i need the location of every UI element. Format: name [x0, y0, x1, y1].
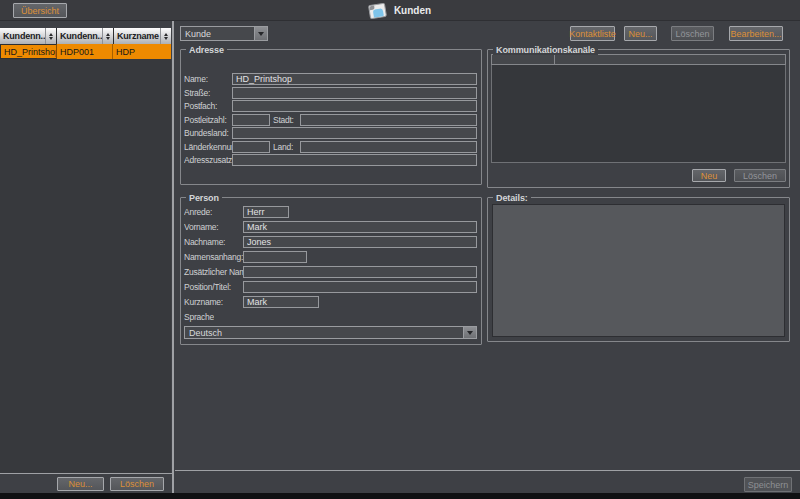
position-title-field[interactable]: [243, 281, 477, 293]
address-pobox-row: Postfach:: [184, 100, 477, 112]
communication-column-2[interactable]: [554, 54, 786, 65]
details-group-title: Details:: [493, 193, 531, 203]
salutation-row: Anrede:: [184, 206, 477, 218]
chevron-down-icon[interactable]: [463, 327, 476, 338]
address-postal-city-row: Postleitzahl: Stadt:: [184, 114, 477, 126]
main-footer-divider: [175, 470, 800, 471]
city-field[interactable]: [300, 114, 477, 126]
save-button[interactable]: Speichern: [744, 477, 792, 492]
address-state-row: Bundesland:: [184, 127, 477, 139]
position-title-row: Position/Titel:: [184, 281, 477, 293]
sort-icon[interactable]: [102, 28, 113, 44]
communication-delete-button[interactable]: Löschen: [734, 169, 786, 182]
communication-channels-title: Kommunikationskanäle: [493, 45, 598, 55]
name-suffix-row: Namensanhang:: [184, 251, 477, 263]
customer-management-window: Übersicht Kunden Kundenn... Kundenn... K…: [0, 0, 800, 499]
sort-icon[interactable]: [160, 28, 171, 44]
column-header-short-name[interactable]: Kurzname: [114, 28, 171, 44]
address-country-row: Länderkennung: Land:: [184, 141, 477, 153]
cell-customer-number[interactable]: HDP001: [57, 44, 113, 59]
customer-row-selected[interactable]: HD_Printshop HDP001 HDP: [0, 44, 171, 59]
customer-delete-button[interactable]: Löschen: [110, 477, 164, 491]
cell-short-name[interactable]: HDP: [113, 44, 171, 59]
person-group: Person Anrede: Vorname: Nachname: Namens…: [180, 197, 482, 345]
details-textarea[interactable]: [492, 204, 785, 337]
column-header-customer-number[interactable]: Kundenn...: [57, 28, 113, 44]
communication-table-body[interactable]: [491, 65, 786, 163]
person-group-title: Person: [186, 193, 222, 203]
po-box-field[interactable]: [232, 100, 477, 112]
first-name-field[interactable]: [243, 221, 477, 233]
address-street-row: Straße:: [184, 87, 477, 99]
country-code-field[interactable]: [232, 141, 270, 153]
communication-table-header: [491, 54, 786, 65]
state-field[interactable]: [232, 127, 477, 139]
communication-column-1[interactable]: [491, 54, 555, 65]
panel-divider: [172, 21, 174, 493]
address-suffix-field[interactable]: [232, 154, 477, 166]
customer-new-button[interactable]: Neu...: [57, 477, 104, 491]
customers-card-icon: [368, 2, 387, 18]
record-type-select[interactable]: Kunde: [180, 26, 268, 41]
customer-table-empty-area[interactable]: [0, 59, 171, 473]
country-field[interactable]: [300, 141, 477, 153]
address-suffix-row: Adresszusatz:: [184, 154, 477, 166]
edit-button[interactable]: Bearbeiten...: [729, 26, 783, 41]
top-bar: Übersicht Kunden: [0, 0, 800, 21]
short-name-row: Kurzname:: [184, 296, 477, 308]
communication-channels-group: Kommunikationskanäle Neu Löschen: [487, 49, 790, 188]
customer-table-header: Kundenn... Kundenn... Kurzname: [0, 28, 171, 44]
communication-new-button[interactable]: Neu: [692, 169, 726, 182]
postal-code-field[interactable]: [232, 114, 270, 126]
last-name-field[interactable]: [243, 236, 477, 248]
page-title: Kunden: [394, 5, 431, 16]
contact-list-button[interactable]: Kontaktliste: [570, 26, 615, 41]
additional-name-field[interactable]: [243, 266, 477, 278]
street-field[interactable]: [232, 87, 477, 99]
language-label-row: Sprache: [184, 311, 477, 323]
left-footer-divider: [0, 473, 172, 474]
column-header-customer-name[interactable]: Kundenn...: [0, 28, 56, 44]
chevron-down-icon[interactable]: [254, 27, 267, 40]
bottom-strip: [0, 493, 800, 499]
toolbar-new-button[interactable]: Neu...: [624, 26, 657, 41]
toolbar-delete-button[interactable]: Löschen: [671, 26, 714, 41]
address-name-row: Name:: [184, 73, 477, 85]
address-group-title: Adresse: [186, 45, 227, 55]
last-name-row: Nachname:: [184, 236, 477, 248]
name-suffix-field[interactable]: [243, 251, 307, 263]
person-short-name-field[interactable]: [243, 296, 319, 308]
page-title-wrap: Kunden: [0, 2, 800, 19]
additional-name-row: Zusätzlicher Name:: [184, 266, 477, 278]
address-group: Adresse Name: Straße: Postfach: Postleit…: [180, 49, 482, 185]
name-field[interactable]: [232, 73, 477, 85]
details-group: Details:: [487, 197, 790, 342]
salutation-field[interactable]: [243, 206, 289, 218]
language-select[interactable]: Deutsch: [184, 326, 477, 339]
sort-icon[interactable]: [45, 28, 56, 44]
first-name-row: Vorname:: [184, 221, 477, 233]
cell-customer-name[interactable]: HD_Printshop: [0, 44, 57, 59]
